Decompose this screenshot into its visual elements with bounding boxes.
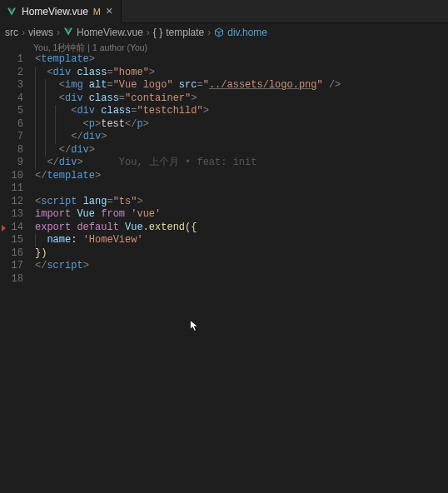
code-line[interactable]: </script> bbox=[35, 260, 448, 273]
breadcrumb-views[interactable]: views bbox=[28, 27, 53, 38]
line-number: 11 bbox=[0, 182, 23, 196]
code-line[interactable] bbox=[35, 182, 448, 196]
line-number: 16 bbox=[0, 247, 23, 261]
code-line[interactable]: </div> bbox=[35, 144, 448, 157]
vue-icon bbox=[63, 27, 73, 39]
breadcrumb-src[interactable]: src bbox=[5, 27, 18, 38]
code-line[interactable]: <script lang="ts"> bbox=[35, 196, 448, 209]
line-number: 8 bbox=[0, 144, 23, 157]
code-line[interactable]: <p>test</p> bbox=[35, 118, 448, 132]
line-number: 5 bbox=[0, 105, 23, 118]
line-number: 3 bbox=[0, 79, 23, 92]
tab-filename: HomeView.vue bbox=[22, 6, 88, 17]
breadcrumb-file[interactable]: HomeView.vue bbox=[63, 27, 143, 39]
line-number: 9 bbox=[0, 157, 23, 170]
line-number: 15 bbox=[0, 234, 23, 247]
code-line[interactable]: <div class="container"> bbox=[35, 92, 448, 106]
chevron-right-icon: › bbox=[22, 27, 25, 38]
code-line[interactable]: </div> bbox=[35, 131, 448, 144]
element-icon bbox=[214, 27, 224, 37]
line-number: 1 bbox=[0, 53, 23, 67]
chevron-right-icon: › bbox=[57, 27, 60, 38]
chevron-right-icon: › bbox=[147, 27, 150, 38]
code-line[interactable]: </template> bbox=[35, 170, 448, 183]
code-line[interactable]: </div> You, 上个月 • feat: init bbox=[35, 157, 448, 170]
line-number: 7 bbox=[0, 131, 23, 144]
close-icon[interactable]: × bbox=[106, 6, 112, 17]
code-line[interactable]: }) bbox=[35, 247, 448, 261]
code-line[interactable]: <img alt="Vue logo" src="../assets/logo.… bbox=[35, 79, 448, 92]
code-line[interactable]: <div class="home"> bbox=[35, 67, 448, 80]
code-line[interactable]: <template> bbox=[35, 53, 448, 67]
code-line[interactable]: export default Vue.extend({ bbox=[35, 222, 448, 235]
breadcrumb-template[interactable]: { } template bbox=[153, 27, 204, 38]
vue-icon bbox=[7, 7, 17, 17]
editor-tab[interactable]: HomeView.vue M × bbox=[0, 0, 122, 23]
tab-modified-marker: M bbox=[93, 7, 101, 17]
line-number: 4 bbox=[0, 92, 23, 106]
line-number: 17 bbox=[0, 260, 23, 273]
line-number: 12 bbox=[0, 196, 23, 209]
line-number: 13 bbox=[0, 208, 23, 222]
braces-icon: { } bbox=[153, 27, 162, 38]
code-editor[interactable]: 1 2 3 4 5 6 7 8 9 10 11 12 13 14 15 16 1… bbox=[0, 53, 448, 286]
code-line[interactable] bbox=[35, 273, 448, 286]
code-line[interactable]: import Vue from 'vue' bbox=[35, 208, 448, 222]
breadcrumb: src › views › HomeView.vue › { } templat… bbox=[0, 23, 448, 42]
breadcrumb-div[interactable]: div.home bbox=[214, 27, 267, 38]
code-content[interactable]: <template> <div class="home"> <img alt="… bbox=[28, 53, 448, 286]
line-number-gutter: 1 2 3 4 5 6 7 8 9 10 11 12 13 14 15 16 1… bbox=[0, 53, 28, 286]
line-number: 14 bbox=[0, 222, 23, 235]
line-number: 18 bbox=[0, 273, 23, 286]
mouse-cursor-icon bbox=[190, 320, 200, 333]
code-line[interactable]: <div class="testchild"> bbox=[35, 105, 448, 118]
line-number: 6 bbox=[0, 118, 23, 132]
line-number: 2 bbox=[0, 67, 23, 80]
gitlens-summary[interactable]: You, 1秒钟前 | 1 author (You) bbox=[0, 42, 448, 53]
tab-bar: HomeView.vue M × bbox=[0, 0, 448, 23]
chevron-right-icon: › bbox=[207, 27, 211, 38]
code-line[interactable]: name: 'HomeView' bbox=[35, 234, 448, 247]
gitlens-blame: You, 上个月 • feat: init bbox=[83, 157, 257, 168]
line-number: 10 bbox=[0, 170, 23, 183]
